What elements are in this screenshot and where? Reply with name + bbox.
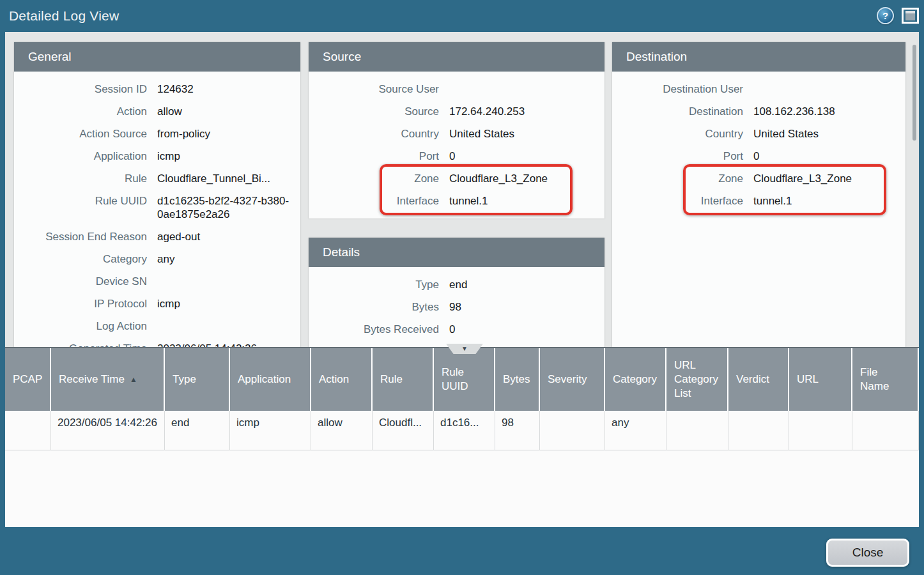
field-value: end [439,278,604,291]
field-row-rule: Rule Cloudflare_Tunnel_Bi... [14,167,300,190]
field-label: Type [309,278,439,291]
field-label: Destination User [612,82,743,96]
column-label: File Name [860,365,891,394]
cell-severity [540,411,605,450]
cell-url-category-list [666,411,728,450]
field-label: Country [309,127,439,141]
general-panel-header: General [14,42,300,72]
field-row-rule-uuid: Rule UUID d1c16235-b2f2-4327-b380-0ae187… [14,190,300,226]
column-label: Rule [380,372,403,387]
cell-url [789,411,852,450]
field-row-device-sn: Device SN [14,270,300,293]
source-panel-body: Source User Source 172.64.240.253 Countr… [309,72,604,212]
destination-panel: Destination Destination User Destination… [612,42,905,347]
field-label: Category [14,252,147,266]
field-label: Application [14,150,147,163]
field-value: tunnel.1 [743,194,905,208]
field-row-destination-user: Destination User [612,78,905,100]
field-label: Zone [309,172,439,185]
general-panel-body: Session ID 124632 Action allow Action So… [14,72,300,347]
field-value: aged-out [147,230,300,243]
column-header-file-name[interactable]: File Name [852,348,919,411]
general-panel: General Session ID 124632 Action allow A… [14,42,300,347]
field-value: from-policy [147,127,300,141]
field-row-country: Country United States [309,123,604,145]
field-row-bytes-received: Bytes Received 0 [309,318,604,341]
field-label: Source [309,105,439,118]
field-row-log-action: Log Action [14,315,300,337]
scrollbar-thumb[interactable] [912,45,916,141]
field-value: 0 [743,150,905,163]
field-row-port: Port 0 [309,145,604,167]
field-row-action-source: Action Source from-policy [14,123,300,145]
field-value: tunnel.1 [439,194,604,208]
log-detail-panels-area: General Session ID 124632 Action allow A… [5,32,919,347]
field-label: Action [14,105,147,118]
column-header-type[interactable]: Type [165,348,230,411]
field-label: Device SN [14,275,147,288]
column-label: Application [238,372,291,387]
cell-category: any [605,411,666,450]
panel-title: Details [323,245,360,259]
field-value: any [147,252,300,266]
column-label: Severity [548,372,587,387]
cell-rule-uuid: d1c16... [434,411,495,450]
column-header-receive-time[interactable]: Receive Time▲ [51,348,165,411]
field-label: Interface [612,194,743,208]
field-value: 2023/06/05 14:42:26 [147,342,300,347]
field-row-zone: Zone Cloudflare_L3_Zone [309,167,604,190]
restore-window-icon[interactable] [902,8,919,24]
field-label: Destination [612,105,743,118]
column-header-rule[interactable]: Rule [373,348,434,411]
field-value: Cloudflare_L3_Zone [743,172,905,185]
field-value: Cloudflare_L3_Zone [439,172,604,185]
field-value: allow [147,105,300,118]
column-header-verdict[interactable]: Verdict [728,348,789,411]
close-button[interactable]: Close [826,539,909,567]
column-header-severity[interactable]: Severity [540,348,605,411]
cell-pcap [5,411,51,450]
column-header-category[interactable]: Category [605,348,666,411]
field-label: Rule UUID [14,194,147,208]
field-row-action: Action allow [14,100,300,123]
field-row-session-id: Session ID 124632 [14,78,300,100]
field-row-type: Type end [309,273,604,296]
field-row-interface: Interface tunnel.1 [612,190,905,212]
field-label: IP Protocol [14,297,147,310]
table-row[interactable]: 2023/06/05 14:42:26 end icmp allow Cloud… [5,411,919,450]
table-header-row: PCAP Receive Time▲ Type Application Acti… [5,347,919,411]
field-value: icmp [147,150,300,163]
field-label: Bytes [309,300,439,314]
column-header-application[interactable]: Application [230,348,311,411]
sort-ascending-icon: ▲ [130,372,137,387]
column-label: Bytes [503,372,530,387]
help-icon[interactable]: ? [877,7,894,24]
column-header-url[interactable]: URL [789,348,852,411]
dialog-titlebar: Detailed Log View ? [0,0,924,32]
field-value: d1c16235-b2f2-4327-b380-0ae1875e2a26 [147,194,300,221]
column-label: Verdict [736,372,769,387]
dialog-title: Detailed Log View [0,8,119,24]
column-header-action[interactable]: Action [311,348,373,411]
panel-title: General [28,50,72,64]
column-header-rule-uuid[interactable]: Rule UUID [434,348,495,411]
field-value: United States [743,127,905,141]
field-label: Port [612,150,743,163]
field-value: icmp [147,297,300,310]
panel-title: Destination [626,50,687,64]
field-value: 0 [439,323,604,336]
field-value: Cloudflare_Tunnel_Bi... [147,172,300,185]
field-row-port: Port 0 [612,145,905,167]
cell-file-name [852,411,919,450]
field-row-application: Application icmp [14,145,300,167]
field-label: Interface [309,194,439,208]
field-row-bytes: Bytes 98 [309,296,604,318]
column-header-url-category-list[interactable]: URL Category List [666,348,728,411]
column-header-pcap[interactable]: PCAP [5,348,51,411]
cell-rule: Cloudfl... [373,411,434,450]
field-value: United States [439,127,604,141]
field-value: 124632 [147,82,300,96]
column-header-bytes[interactable]: Bytes [495,348,540,411]
field-row-session-end-reason: Session End Reason aged-out [14,226,300,248]
field-value: 98 [439,300,604,314]
